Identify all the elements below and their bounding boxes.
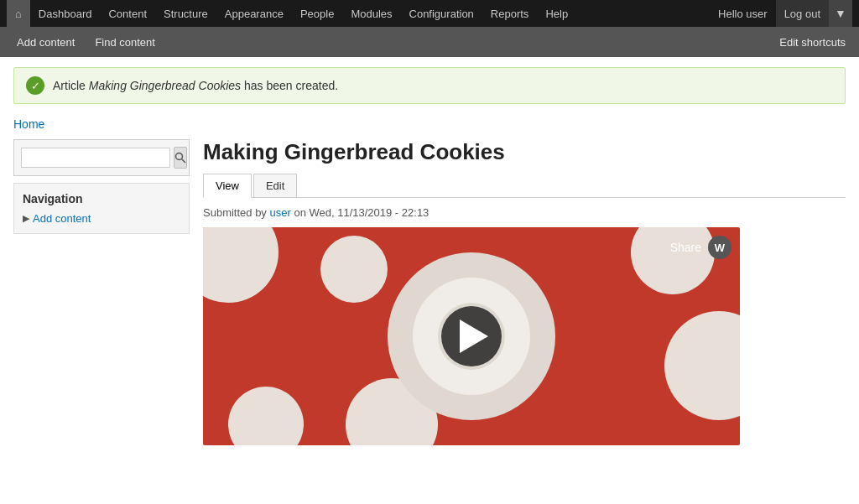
video-top-right: Share W	[670, 236, 731, 259]
tab-edit[interactable]: Edit	[253, 174, 297, 197]
search-box	[13, 139, 190, 176]
secondary-navigation: Add content Find content Edit shortcuts	[0, 27, 859, 57]
w-badge[interactable]: W	[708, 236, 731, 259]
svg-point-0	[176, 153, 183, 160]
home-nav-item[interactable]: ⌂	[7, 0, 30, 27]
search-icon	[174, 152, 186, 164]
edit-shortcuts-link[interactable]: Edit shortcuts	[773, 36, 852, 49]
tab-view[interactable]: View	[203, 174, 252, 198]
nav-item-modules[interactable]: Modules	[342, 0, 400, 27]
share-label[interactable]: Share	[670, 241, 701, 254]
search-button[interactable]	[174, 147, 187, 169]
nav-item-dashboard[interactable]: Dashboard	[30, 0, 101, 27]
nav-item-structure[interactable]: Structure	[155, 0, 216, 27]
video-overlay	[203, 227, 740, 445]
nav-item-help[interactable]: Help	[537, 0, 576, 27]
sidebar: Navigation ▶ Add content	[13, 139, 190, 445]
nav-arrow-icon: ▶	[23, 213, 29, 224]
breadcrumb: Home	[0, 114, 859, 139]
article-title: Making Gingerbread Cookies	[203, 139, 846, 165]
navigation-title: Navigation	[23, 192, 180, 205]
status-icon: ✓	[26, 76, 44, 95]
nav-item-content[interactable]: Content	[100, 0, 155, 27]
status-text: Article Making Gingerbread Cookies has b…	[53, 79, 338, 92]
home-breadcrumb-link[interactable]: Home	[13, 117, 44, 131]
nav-item-configuration[interactable]: Configuration	[401, 0, 482, 27]
tabs: View Edit	[203, 174, 846, 198]
find-content-link[interactable]: Find content	[85, 27, 165, 57]
submitted-user-link[interactable]: user	[270, 206, 291, 219]
nav-item-people[interactable]: People	[292, 0, 342, 27]
submitted-by: Submitted by user on Wed, 11/13/2019 - 2…	[203, 206, 846, 219]
nav-item-reports[interactable]: Reports	[482, 0, 538, 27]
search-input[interactable]	[21, 148, 170, 168]
navigation-block: Navigation ▶ Add content	[13, 183, 190, 234]
add-content-link[interactable]: Add content	[7, 27, 85, 57]
status-message: ✓ Article Making Gingerbread Cookies has…	[13, 67, 846, 104]
video-container[interactable]: Share W	[203, 227, 740, 445]
logout-button[interactable]: Log out	[776, 0, 829, 27]
play-button[interactable]	[441, 306, 502, 366]
play-icon	[460, 320, 488, 353]
svg-line-1	[182, 159, 186, 164]
main-layout: Navigation ▶ Add content Making Gingerbr…	[0, 139, 859, 445]
add-content-nav-link[interactable]: ▶ Add content	[23, 212, 180, 225]
top-navigation: ⌂ Dashboard Content Structure Appearance…	[0, 0, 859, 27]
content-area: Making Gingerbread Cookies View Edit Sub…	[203, 139, 846, 445]
nav-item-appearance[interactable]: Appearance	[216, 0, 292, 27]
dropdown-button[interactable]: ▼	[829, 0, 852, 27]
hello-user-text: Hello user	[710, 8, 776, 20]
